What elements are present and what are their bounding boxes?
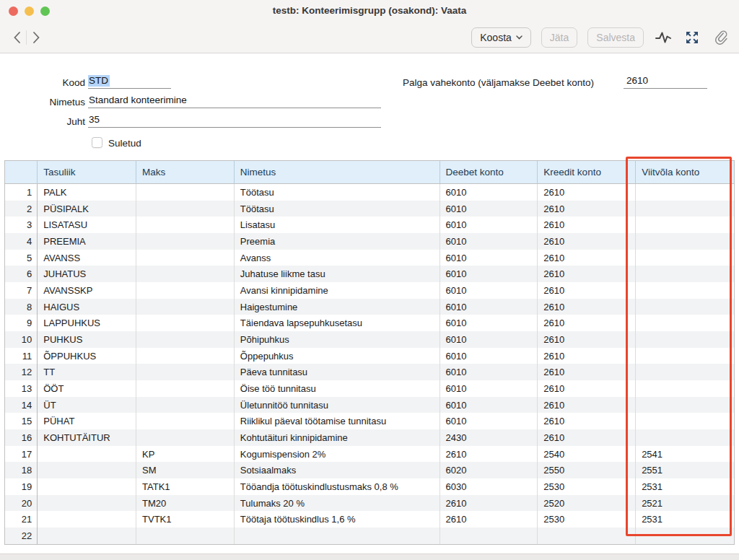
cell-kreedit[interactable]: 2540: [537, 446, 635, 463]
cell-num[interactable]: 13: [5, 380, 37, 397]
cell-kreedit[interactable]: 2610: [537, 250, 635, 266]
cell-kreedit[interactable]: 2610: [537, 216, 635, 233]
cell-nimetus[interactable]: Päeva tunnitasu: [234, 364, 440, 380]
cell-kreedit[interactable]: 2610: [537, 364, 635, 380]
cell-num[interactable]: 16: [5, 429, 37, 446]
cell-kreedit[interactable]: 2610: [537, 282, 635, 299]
header-viitvola-konto[interactable]: Viitvõla konto: [635, 161, 734, 184]
cell-deebet[interactable]: 6020: [440, 462, 538, 478]
cell-deebet[interactable]: 6010: [440, 348, 538, 364]
cell-tasuliik[interactable]: [37, 528, 136, 544]
cell-tasuliik[interactable]: PALK: [37, 184, 136, 201]
cell-deebet[interactable]: 6010: [440, 282, 538, 299]
cell-deebet[interactable]: 6010: [440, 364, 538, 380]
cell-tasuliik[interactable]: [37, 462, 136, 478]
cell-tasuliik[interactable]: ÖÖT: [37, 380, 136, 397]
cell-maks[interactable]: [136, 216, 234, 233]
back-button[interactable]: [7, 28, 26, 47]
cell-tasuliik[interactable]: [37, 446, 136, 463]
cell-maks[interactable]: [136, 201, 234, 217]
cell-viitvola[interactable]: [635, 299, 734, 315]
cell-num[interactable]: 21: [5, 511, 37, 528]
cell-maks[interactable]: TATK1: [136, 478, 234, 495]
cell-nimetus[interactable]: Töötaja töötuskindlus 1,6 %: [234, 511, 440, 528]
cell-viitvola[interactable]: [635, 201, 734, 217]
cell-nimetus[interactable]: [234, 528, 440, 544]
cell-viitvola[interactable]: [635, 250, 734, 266]
cell-kreedit[interactable]: 2610: [537, 266, 635, 282]
cell-tasuliik[interactable]: PUHKUS: [37, 331, 136, 348]
forward-button[interactable]: [27, 28, 45, 47]
cell-kreedit[interactable]: 2610: [537, 184, 635, 201]
cell-num[interactable]: 17: [5, 446, 37, 463]
cell-tasuliik[interactable]: [37, 511, 136, 528]
cell-kreedit[interactable]: 2550: [537, 462, 635, 478]
cell-num[interactable]: 22: [5, 528, 37, 544]
cell-deebet[interactable]: 2610: [440, 511, 538, 528]
cell-maks[interactable]: [136, 184, 234, 201]
cell-num[interactable]: 3: [5, 216, 37, 233]
cell-maks[interactable]: [136, 282, 234, 299]
cell-viitvola[interactable]: [635, 216, 734, 233]
cell-nimetus[interactable]: Preemia: [234, 233, 440, 250]
cell-deebet[interactable]: 6010: [440, 250, 538, 266]
cell-deebet[interactable]: 6010: [440, 413, 538, 429]
cell-deebet[interactable]: [440, 528, 538, 544]
cell-maks[interactable]: TM20: [136, 495, 234, 512]
cell-tasuliik[interactable]: PÜSIPALK: [37, 201, 136, 217]
cell-kreedit[interactable]: 2610: [537, 429, 635, 446]
cell-tasuliik[interactable]: HAIGUS: [37, 299, 136, 315]
cell-nimetus[interactable]: Tööandja töötuskindlustusmaks 0,8 %: [234, 478, 440, 495]
cell-num[interactable]: 14: [5, 397, 37, 414]
koosta-dropdown-button[interactable]: Koosta: [471, 27, 531, 48]
fullscreen-button[interactable]: [683, 28, 701, 47]
cell-kreedit[interactable]: 2610: [537, 348, 635, 364]
cell-maks[interactable]: [136, 528, 234, 544]
cell-tasuliik[interactable]: LISATASU: [37, 216, 136, 233]
juht-input[interactable]: 35: [88, 114, 381, 128]
cell-maks[interactable]: [136, 331, 234, 348]
cell-tasuliik[interactable]: PREEMIA: [37, 233, 136, 250]
cell-deebet[interactable]: 6010: [440, 299, 538, 315]
cell-deebet[interactable]: 6010: [440, 201, 538, 217]
cell-viitvola[interactable]: [635, 429, 734, 446]
cell-num[interactable]: 6: [5, 266, 37, 282]
cell-tasuliik[interactable]: KOHTUTÄITUR: [37, 429, 136, 446]
cell-viitvola[interactable]: 2531: [635, 478, 734, 495]
cell-kreedit[interactable]: 2610: [537, 397, 635, 414]
cell-nimetus[interactable]: Avansi kinnipidamine: [234, 282, 440, 299]
cell-viitvola[interactable]: [635, 528, 734, 544]
cell-num[interactable]: 18: [5, 462, 37, 478]
salvesta-button[interactable]: Salvesta: [587, 27, 644, 48]
cell-num[interactable]: 7: [5, 282, 37, 299]
cell-viitvola[interactable]: [635, 282, 734, 299]
cell-num[interactable]: 9: [5, 315, 37, 331]
cell-maks[interactable]: KP: [136, 446, 234, 463]
cell-nimetus[interactable]: Kohtutäituri kinnipidamine: [234, 429, 440, 446]
cell-deebet[interactable]: 6010: [440, 380, 538, 397]
cell-nimetus[interactable]: Juhatuse liikme tasu: [234, 266, 440, 282]
attachments-button[interactable]: [712, 28, 730, 47]
cell-kreedit[interactable]: 2610: [537, 413, 635, 429]
cell-viitvola[interactable]: [635, 413, 734, 429]
cell-maks[interactable]: [136, 380, 234, 397]
cell-maks[interactable]: [136, 266, 234, 282]
cell-maks[interactable]: [136, 250, 234, 266]
cell-maks[interactable]: [136, 413, 234, 429]
cell-viitvola[interactable]: [635, 233, 734, 250]
jata-button[interactable]: Jäta: [541, 27, 577, 48]
cell-num[interactable]: 5: [5, 250, 37, 266]
cell-num[interactable]: 20: [5, 495, 37, 512]
activity-log-button[interactable]: [654, 28, 673, 47]
cell-viitvola[interactable]: [635, 364, 734, 380]
cell-deebet[interactable]: 6010: [440, 331, 538, 348]
cell-tasuliik[interactable]: [37, 495, 136, 512]
header-nimetus[interactable]: Nimetus: [234, 161, 440, 184]
header-maks[interactable]: Maks: [136, 161, 234, 184]
cell-num[interactable]: 1: [5, 184, 37, 201]
cell-deebet[interactable]: 2610: [440, 495, 538, 512]
cell-nimetus[interactable]: Riiklikul päeval töötamise tunnitasu: [234, 413, 440, 429]
cell-kreedit[interactable]: 2530: [537, 478, 635, 495]
cell-num[interactable]: 4: [5, 233, 37, 250]
cell-nimetus[interactable]: Lisatasu: [234, 216, 440, 233]
